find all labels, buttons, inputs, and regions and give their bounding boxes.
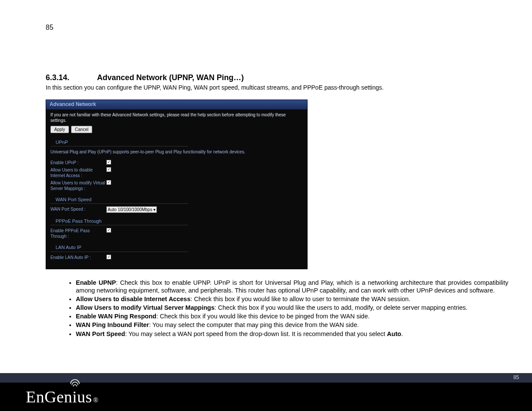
allow-modify-mappings-label: Allow Users to modify Virtual Server Map… [50, 180, 106, 191]
bullet-bold: Enable WAN Ping Respond [76, 313, 156, 320]
list-item: WAN Ping Inbound Filter: You may select … [76, 321, 508, 329]
wan-port-speed-select[interactable]: Auto 10/100/1000Mbps ▾ [106, 206, 157, 213]
allow-disable-internet-checkbox[interactable]: ✓ [106, 167, 111, 172]
list-item: WAN Port Speed: You may select a WAN por… [76, 330, 508, 338]
apply-button[interactable]: Apply [50, 126, 69, 133]
logo-registered: ® [93, 396, 99, 404]
bullet-bold: WAN Ping Inbound Filter [76, 321, 149, 328]
panel-help-text: If you are not familiar with these Advan… [50, 112, 303, 123]
lan-auto-ip-label: Enable LAN Auto IP : [50, 255, 106, 260]
page-number-footer: 85 [513, 374, 519, 380]
list-item: Enable WAN Ping Respond: Check this box … [76, 312, 508, 320]
list-item: Allow Users to modify Virtual Server Map… [76, 304, 508, 311]
bullet-text: : Check this box if you would like the u… [215, 304, 467, 311]
wan-port-speed-value: Auto 10/100/1000Mbps [108, 207, 152, 212]
list-item: Enable UPNP: Check this box to enable UP… [76, 279, 508, 294]
upnp-section-header: UPnP [50, 137, 188, 146]
pppoe-pass-through-checkbox[interactable]: ✓ [106, 228, 111, 233]
pppoe-pass-through-header: PPPoE Pass Through [50, 216, 188, 225]
allow-modify-mappings-checkbox[interactable]: ✓ [106, 180, 111, 185]
bullet-bold: Allow Users to disable Internet Access [76, 296, 190, 302]
page-number-top: 85 [46, 24, 53, 31]
logo-text-b: us [77, 387, 92, 406]
description-list: Enable UPNP: Check this box to enable UP… [46, 279, 508, 338]
wifi-icon [70, 379, 80, 386]
panel-title: Advanced Network [46, 100, 307, 109]
cancel-button[interactable]: Cancel [71, 126, 92, 133]
bullet-bold-inline: Auto [387, 330, 401, 337]
upnp-description: Universal Plug and Play (UPnP) supports … [50, 149, 303, 155]
bullet-bold: Enable UPNP [76, 279, 116, 286]
wan-port-speed-label: WAN Port Speed : [50, 206, 106, 212]
section-title-text: Advanced Network (UPNP, WAN Ping…) [97, 73, 244, 82]
logo-text-a: EnGen [26, 387, 72, 406]
bullet-text: : Check this box if you would like this … [156, 313, 370, 320]
bullet-text: : Check this box to enable UPNP. UPnP is… [76, 279, 508, 294]
section-heading: 6.3.14. Advanced Network (UPNP, WAN Ping… [46, 73, 508, 82]
bullet-text: : Check this box if you would like to al… [190, 296, 410, 302]
lan-auto-ip-checkbox[interactable]: ✓ [106, 255, 111, 259]
bullet-text-tail: . [401, 330, 403, 337]
allow-disable-internet-label: Allow Users to disable Internet Access : [50, 167, 106, 178]
list-item: Allow Users to disable Internet Access: … [76, 295, 508, 303]
section-number: 6.3.14. [46, 73, 95, 82]
bullet-bold: Allow Users to modify Virtual Server Map… [76, 304, 215, 311]
bullet-text: : You may select the computer that may p… [149, 321, 359, 328]
lan-auto-ip-header: LAN Auto IP [50, 243, 188, 252]
wan-port-speed-header: WAN Port Speed [50, 195, 188, 204]
bullet-text: : You may select a WAN port speed from t… [125, 330, 387, 337]
brand-logo: EnGeni us® [26, 387, 99, 406]
bullet-bold: WAN Port Speed [76, 330, 125, 337]
enable-upnp-checkbox[interactable]: ✓ [106, 160, 111, 165]
router-panel: Advanced Network If you are not familiar… [46, 100, 308, 269]
pppoe-pass-through-label: Enable PPPoE Pass Through : [50, 228, 106, 239]
section-intro: In this section you can configure the UP… [46, 84, 508, 91]
enable-upnp-label: Enable UPnP : [50, 160, 106, 165]
logo-i: i [72, 387, 77, 406]
footer: 85 EnGeni us® [0, 373, 532, 411]
